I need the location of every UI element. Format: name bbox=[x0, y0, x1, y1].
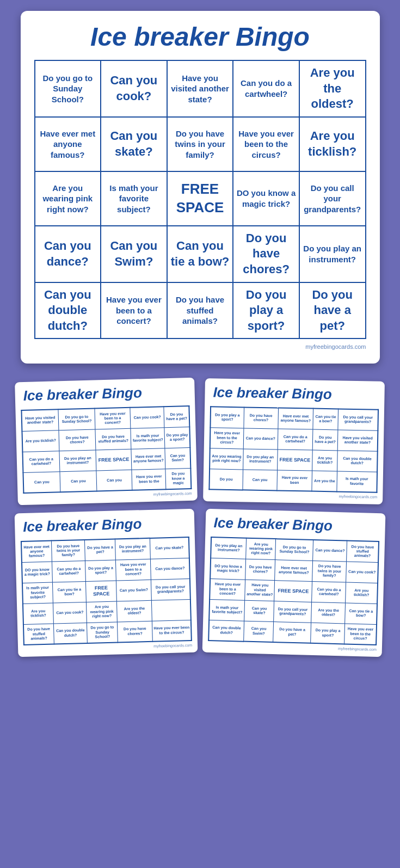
small-title-4: Ice breaker Bingo bbox=[211, 514, 380, 535]
sc2-r1c4: Have you visited another state? bbox=[337, 430, 378, 451]
sc4-r3c2: Do you call your grandparents? bbox=[274, 601, 312, 623]
table-row: Can you dance? Can you Swim? Can you tie… bbox=[35, 226, 366, 282]
sc3-r0c1: Do you have twins in your family? bbox=[51, 540, 85, 562]
sc4-r1c2: Have ever met anyone famous? bbox=[275, 559, 313, 581]
sc1-r1c4: Do you play a sport? bbox=[164, 427, 190, 448]
table-row: Are you wearing pink right now? Do you p… bbox=[210, 448, 378, 472]
sc3-r2c2-free: FREE SPACE bbox=[86, 581, 117, 602]
sc2-r1c2: Can you do a cartwheel? bbox=[278, 429, 313, 450]
sc4-r1c1: Do you have chores? bbox=[245, 559, 275, 580]
sc1-r3c0: Can you bbox=[23, 472, 60, 494]
sc2-r2c2-free: FREE SPACE bbox=[277, 450, 312, 471]
watermark: myfreebingocards.com bbox=[34, 343, 366, 350]
sc3-r2c0: Is math your favorite subject? bbox=[22, 582, 53, 604]
sc4-r2c1: Have you visited another state? bbox=[245, 580, 275, 601]
sc3-r3c3: Are you the oldest? bbox=[116, 600, 152, 622]
main-bingo-card: Ice breaker Bingo Do you go to Sunday Sc… bbox=[21, 11, 380, 364]
small-card-4: Ice breaker Bingo Do you play an instrum… bbox=[202, 509, 386, 657]
sc2-r3c1: Can you bbox=[243, 470, 278, 491]
cell-r0c3: Can you do a cartwheel? bbox=[233, 60, 299, 117]
sc1-r2c0: Can you do a cartwheel? bbox=[22, 451, 59, 473]
cell-r2c1: Is math your favorite subject? bbox=[101, 171, 167, 226]
sc3-r4c3: Do you have chores? bbox=[117, 621, 152, 643]
sc4-r4c4: Have you ever been to the circus? bbox=[344, 624, 377, 645]
sc3-r0c2: Do you have a pet? bbox=[85, 539, 116, 561]
cell-r4c2: Do you have stuffed animals? bbox=[167, 282, 233, 339]
sc2-r3c4: Is math your favorite bbox=[337, 471, 377, 493]
sc3-r2c4: Do you call your grandparents? bbox=[151, 578, 190, 600]
sc1-r3c2: Can you bbox=[96, 470, 132, 491]
sc4-r2c2-free: FREE SPACE bbox=[274, 580, 312, 602]
sc3-r4c4: Have you ever been to the circus? bbox=[152, 620, 191, 642]
sc3-r1c4: Can you dance? bbox=[150, 558, 189, 580]
sc3-r3c4 bbox=[151, 599, 190, 621]
main-title: Ice breaker Bingo bbox=[34, 22, 366, 52]
small-cards-bottom-row: Ice breaker Bingo Have ever met anyone f… bbox=[11, 511, 389, 655]
table-row: Do you have stuffed animals? Can you dou… bbox=[23, 620, 192, 645]
sc3-r3c1: Can you cook? bbox=[53, 602, 87, 624]
sc2-r2c1: Do you play an instrument? bbox=[243, 449, 278, 470]
sc1-r0c0: Have you visited another state? bbox=[21, 410, 58, 432]
cell-r1c2: Do you have twins in your family? bbox=[167, 117, 233, 171]
sc2-r1c1: Can you dance? bbox=[243, 428, 278, 450]
sc4-r4c1: Can you Swim? bbox=[244, 621, 274, 642]
sc4-r2c0: Have you ever been to a concert? bbox=[210, 578, 245, 600]
cell-r1c3: Have you ever been to the circus? bbox=[233, 117, 299, 171]
sc1-r2c3: Have ever met anyone famous? bbox=[131, 448, 165, 470]
sc3-r3c2: Are you wearing pink right now? bbox=[87, 601, 118, 623]
sc4-r0c1: Are you wearing pink right now? bbox=[246, 538, 276, 559]
sc1-r1c0: Are you ticklish? bbox=[22, 430, 59, 452]
sc1-r2c4: Can you Swim? bbox=[165, 447, 190, 469]
sc2-r3c3: Are you the bbox=[312, 471, 337, 492]
sc4-r0c4: Do you have stuffed animals? bbox=[347, 541, 379, 563]
sc4-r4c0: Can you double dutch? bbox=[208, 620, 244, 642]
small-card-2: Ice breaker Bingo Do you play a sport? D… bbox=[203, 378, 385, 504]
cell-r0c2: Have you visited another state? bbox=[167, 60, 233, 117]
sc3-r0c0: Have ever met anyone famous? bbox=[21, 541, 52, 562]
sc3-r1c1: Can you do a cartwheel? bbox=[52, 561, 86, 582]
cell-r0c0: Do you go to Sunday School? bbox=[35, 60, 101, 117]
cell-r0c1: Can you cook? bbox=[101, 60, 167, 117]
sc3-r3c0: Are you ticklish? bbox=[23, 603, 53, 624]
sc2-r2c4: Can you double dutch? bbox=[337, 451, 377, 472]
cell-r3c4: Do you play an instrument? bbox=[299, 226, 366, 282]
small-cards-top-row: Ice breaker Bingo Have you visited anoth… bbox=[11, 380, 389, 503]
small-grid-3: Have ever met anyone famous? Do you have… bbox=[21, 537, 192, 645]
sc3-r1c2: Do you play a sport? bbox=[85, 560, 116, 581]
sc1-r0c2: Have you ever been to a concert? bbox=[95, 408, 131, 429]
sc4-r1c4: Can you cook? bbox=[346, 562, 378, 583]
small-title-3: Ice breaker Bingo bbox=[20, 514, 189, 535]
sc1-r0c4: Do you have a pet? bbox=[164, 406, 189, 427]
cell-r4c1: Have you ever been to a concert? bbox=[101, 282, 167, 339]
table-row: Are you wearing pink right now? Is math … bbox=[35, 171, 366, 226]
sc3-r4c2: Do you go to Sunday School? bbox=[87, 622, 118, 643]
table-row: Have ever met anyone famous? Can you ska… bbox=[35, 117, 366, 171]
small-card-1: Ice breaker Bingo Have you visited anoth… bbox=[15, 378, 198, 506]
sc4-r0c0: Do you play an instrument? bbox=[211, 537, 247, 559]
small-title-1: Ice breaker Bingo bbox=[20, 383, 189, 404]
sc4-r3c0: Is math your favorite subject? bbox=[209, 599, 245, 621]
small-grid-2: Do you play a sport? Do you have chores?… bbox=[208, 407, 379, 493]
sc2-r3c2: Have you ever been bbox=[277, 470, 312, 491]
sc3-r1c0: DO you know a magic trick? bbox=[22, 562, 52, 583]
sc2-r1c0: Have you ever been to the circus? bbox=[210, 428, 244, 449]
small-grid-4: Do you play an instrument? Are you weari… bbox=[208, 537, 379, 645]
sc2-r2c0: Are you wearing pink right now? bbox=[210, 448, 243, 470]
main-bingo-grid: Do you go to Sunday School? Can you cook… bbox=[34, 60, 366, 339]
cell-r2c4: Do you call your grandparents? bbox=[299, 171, 366, 226]
table-row: Can you Can you Can you Have you ever be… bbox=[23, 468, 191, 493]
cell-r3c2: Can you tie a bow? bbox=[167, 226, 233, 282]
sc2-r1c3: Do you have a pet? bbox=[313, 429, 338, 451]
cell-r4c0: Can you double dutch? bbox=[35, 282, 101, 339]
sc2-r0c0: Do you play a sport? bbox=[210, 407, 244, 428]
sc2-r0c2: Have ever met anyone famous? bbox=[278, 408, 313, 429]
cell-r2c0: Are you wearing pink right now? bbox=[35, 171, 101, 226]
sc1-r1c1: Do you have chores? bbox=[59, 429, 96, 451]
sc1-r1c3: Is math your favorite subject? bbox=[131, 428, 165, 450]
sc3-r4c0: Do you have stuffed animals? bbox=[23, 624, 54, 645]
table-row: Do you play a sport? Do you have chores?… bbox=[210, 407, 378, 430]
sc4-r0c2: Do you go to Sunday School? bbox=[275, 539, 313, 561]
table-row: Do you go to Sunday School? Can you cook… bbox=[35, 60, 366, 117]
sc1-r3c3: Have you ever been to the bbox=[132, 469, 166, 491]
sc1-r1c2: Do you have stuffed animals? bbox=[95, 428, 131, 450]
